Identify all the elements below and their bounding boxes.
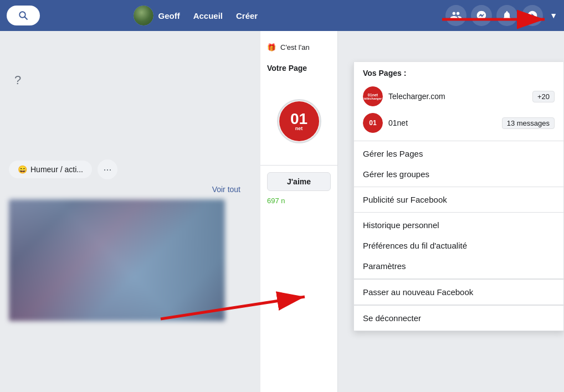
menu-items-group-4: Passer au nouveau Facebook	[354, 280, 563, 305]
page-item-telecharger[interactable]: 01net télécharger Telecharger.com +20	[363, 83, 555, 110]
navbar: Geoff Accueil Créer ▼	[0, 0, 564, 31]
search-box[interactable]	[7, 6, 40, 25]
pages-section-title: Vos Pages :	[363, 69, 555, 78]
publicite-item[interactable]: Publicité sur Facebook	[354, 189, 563, 210]
page-count: 697 n	[260, 191, 337, 207]
logo-number: 01	[290, 111, 307, 127]
gift-text: C'est l'an	[280, 43, 310, 51]
mood-pill[interactable]: 😄 Humeur / acti...	[9, 161, 92, 178]
nav-home[interactable]: Accueil	[193, 11, 223, 20]
svg-line-1	[24, 17, 27, 19]
gerer-groupes-item[interactable]: Gérer les groupes	[354, 164, 563, 184]
bottom-red-arrow	[155, 280, 343, 324]
votre-page-label: Votre Page	[260, 57, 337, 77]
user-profile[interactable]: Geoff	[134, 6, 180, 25]
historique-item[interactable]: Historique personnel	[354, 215, 563, 235]
gift-emoji: 🎁	[267, 43, 276, 51]
menu-items-group-5: Se déconnecter	[354, 306, 563, 331]
more-pills-btn[interactable]: ···	[98, 159, 117, 179]
pages-section: Vos Pages : 01net télécharger Telecharge…	[354, 62, 563, 141]
page-content: ? 😄 Humeur / acti... ··· Voir tout 🎁 C'e…	[0, 31, 564, 392]
01net-logo: 01 net	[277, 99, 321, 143]
nav-create[interactable]: Créer	[236, 11, 258, 20]
search-icon	[18, 11, 28, 20]
center-panel: 🎁 C'est l'an Votre Page 01 net J'aime 69…	[260, 31, 338, 392]
voir-tout-link[interactable]: Voir tout	[9, 185, 252, 194]
nav-center: Geoff Accueil Créer	[134, 6, 258, 25]
01net-badge: 13 messages	[502, 117, 555, 129]
avatar	[134, 6, 153, 25]
preferences-item[interactable]: Préférences du fil d'actualité	[354, 235, 563, 256]
svg-point-0	[19, 12, 25, 18]
deconnecter-item[interactable]: Se déconnecter	[354, 308, 563, 328]
gerer-pages-item[interactable]: Gérer les Pages	[354, 143, 563, 164]
user-name-label: Geoff	[158, 11, 180, 20]
01net-page-logo: 01	[363, 113, 383, 133]
menu-items-group-1: Gérer les Pages Gérer les groupes	[354, 141, 563, 187]
jaime-button[interactable]: J'aime	[267, 172, 331, 191]
menu-items-group-3: Historique personnel Préférences du fil …	[354, 213, 563, 279]
left-area: ? 😄 Humeur / acti... ··· Voir tout	[0, 31, 260, 392]
dropdown-menu: Vos Pages : 01net télécharger Telecharge…	[353, 62, 564, 331]
pills-row: 😄 Humeur / acti... ···	[9, 159, 252, 179]
telecharger-name: Telecharger.com	[388, 92, 527, 101]
page-logo-area: 01 net	[260, 77, 337, 166]
svg-line-5	[161, 297, 305, 319]
telecharger-logo: 01net télécharger	[363, 86, 383, 106]
top-red-arrow	[437, 6, 558, 33]
question-mark: ?	[14, 73, 252, 87]
telecharger-badge: +20	[532, 91, 555, 102]
parametres-item[interactable]: Paramètres	[354, 256, 563, 276]
nouveau-facebook-item[interactable]: Passer au nouveau Facebook	[354, 282, 563, 302]
mood-label: Humeur / acti...	[30, 165, 83, 174]
mood-emoji: 😄	[18, 165, 27, 174]
menu-items-group-2: Publicité sur Facebook	[354, 187, 563, 213]
logo-net: net	[295, 126, 303, 131]
page-item-01net[interactable]: 01 01net 13 messages	[363, 110, 555, 136]
01net-page-name: 01net	[388, 118, 496, 127]
gift-item: 🎁 C'est l'an	[260, 38, 337, 57]
